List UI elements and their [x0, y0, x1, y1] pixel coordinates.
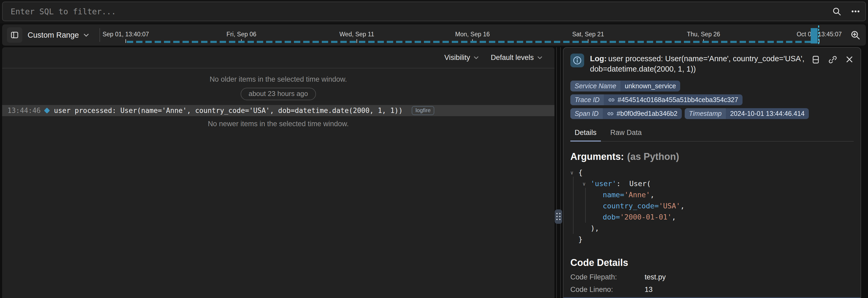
close-icon[interactable] — [845, 55, 854, 64]
tab-raw-data[interactable]: Raw Data — [606, 129, 646, 141]
code-detail-value: test.py — [645, 273, 854, 281]
timeline-histogram-spike[interactable] — [811, 28, 817, 43]
log-row[interactable]: 13:44:46 user processed: User(name='Anne… — [2, 105, 554, 116]
panel-layout-icon[interactable] — [811, 55, 820, 64]
sql-filter-input[interactable] — [2, 2, 866, 21]
code-line: country_code='USA', — [570, 200, 854, 211]
timeline-selection-marker — [818, 26, 819, 44]
badge-label: Span ID — [570, 108, 603, 119]
no-newer-items-message: No newer items in the selected time wind… — [2, 120, 554, 128]
detail-title-prefix: Log: — [590, 54, 607, 63]
code-detail-label: Code Lineno: — [570, 286, 645, 294]
relative-time-badge[interactable]: about 23 hours ago — [241, 88, 316, 100]
code-token: dob= — [603, 213, 620, 221]
timeline-tick-mark — [125, 39, 126, 43]
more-options-icon[interactable] — [850, 6, 861, 16]
metadata-badge-timestamp: Timestamp2024-10-01 13:44:46.414 — [685, 108, 809, 119]
code-detail-label: Code Filepath: — [570, 273, 645, 281]
code-token: country_code= — [603, 202, 659, 210]
collapse-chevron-icon[interactable]: ∨ — [583, 178, 586, 189]
panel-gutter-line — [556, 47, 557, 298]
metadata-badge-span-id[interactable]: Span ID#b0f0d9ed1ab346b2 — [570, 108, 682, 119]
metadata-badge-service-name: Service Nameunknown_service — [570, 80, 680, 92]
code-token: name= — [603, 191, 624, 199]
code-detail-value: 13 — [645, 286, 854, 294]
log-list-header: Visibility Default levels — [2, 47, 554, 68]
code-line: ∨'user': User( — [570, 178, 854, 189]
permalink-icon[interactable] — [828, 55, 837, 64]
code-line: } — [570, 234, 854, 245]
top-bar — [0, 0, 868, 23]
arguments-heading-text: Arguments: — [570, 151, 624, 162]
code-token: 'USA' — [659, 202, 680, 210]
code-line: ), — [570, 223, 854, 234]
code-token: : — [617, 179, 629, 188]
code-details-heading: Code Details — [570, 257, 854, 268]
log-timestamp: 13:44:46 — [7, 107, 40, 114]
log-message: user processed: User(name='Anne', countr… — [54, 107, 403, 114]
timeline-tick-label: Thu, Sep 26 — [687, 31, 720, 38]
detail-title: Log:user processed: User(name='Anne', co… — [590, 54, 811, 74]
badge-value: unknown_service — [620, 80, 680, 92]
badge-value: 2024-10-01 13:44:46.414 — [726, 108, 809, 119]
timeline-divider — [99, 28, 100, 42]
arguments-heading-suffix: (as Python) — [627, 151, 679, 162]
collapse-chevron-icon[interactable]: ∨ — [570, 167, 573, 178]
default-levels-dropdown[interactable]: Default levels — [491, 54, 543, 62]
log-list-panel: Visibility Default levels No older items… — [2, 47, 554, 298]
code-line: dob='2000-01-01', — [570, 211, 854, 223]
timeline-bar: Custom Range Sep 01, 13:40:07Fri, Sep 06… — [2, 24, 866, 45]
info-icon — [570, 54, 584, 67]
tab-details[interactable]: Details — [570, 129, 601, 141]
code-token: 'user' — [590, 179, 617, 188]
timeline-tick-label: Mon, Sep 16 — [455, 31, 490, 38]
code-line: ∨{ — [570, 167, 854, 178]
code-token: { — [578, 168, 583, 176]
detail-header: Log:user processed: User(name='Anne', co… — [570, 54, 854, 74]
visibility-dropdown[interactable]: Visibility — [444, 54, 479, 62]
code-details-rows: Code Filepath:test.pyCode Lineno:13 — [570, 273, 854, 294]
code-token: , — [672, 213, 676, 221]
zoom-in-icon[interactable] — [850, 30, 861, 40]
detail-title-text: user processed: User(name='Anne', countr… — [590, 54, 804, 73]
code-token: ), — [590, 224, 599, 232]
timeline-tick-label: Fri, Sep 06 — [226, 31, 256, 38]
code-line: name='Anne', — [570, 189, 854, 200]
time-range-dropdown[interactable]: Custom Range — [28, 24, 89, 45]
badge-value: #454514c0168a455a51bb4ceba354c327 — [604, 94, 743, 105]
badge-label: Service Name — [570, 80, 620, 92]
link-icon — [608, 97, 615, 103]
log-detail-panel: Log:user processed: User(name='Anne', co… — [563, 47, 861, 298]
metadata-badge-trace-id[interactable]: Trace ID#454514c0168a455a51bb4ceba354c32… — [570, 94, 743, 105]
arguments-code-tree: ∨{∨'user': User(name='Anne',country_code… — [570, 167, 854, 245]
code-token: User( — [629, 179, 651, 188]
timeline-tick-label: Sat, Sep 21 — [572, 31, 604, 38]
log-level-diamond-icon — [44, 108, 50, 114]
chevron-down-icon — [473, 55, 479, 61]
chevron-down-icon — [537, 55, 543, 61]
timeline-dashed-line — [127, 41, 814, 43]
default-levels-label: Default levels — [491, 54, 534, 62]
detail-tabs: DetailsRaw Data — [570, 129, 854, 141]
panel-resize-handle[interactable] — [555, 209, 562, 224]
search-icon[interactable] — [832, 7, 841, 16]
timeline-tick-label: Sep 01, 13:40:07 — [102, 31, 149, 38]
timeline-tick-label: Wed, Sep 11 — [340, 31, 374, 38]
badge-label: Trace ID — [570, 94, 604, 105]
visibility-label: Visibility — [444, 54, 470, 62]
code-token: '2000-01-01' — [620, 213, 672, 221]
badge-label: Timestamp — [685, 108, 726, 119]
link-icon — [607, 110, 614, 117]
log-scope-tag: logfire — [412, 106, 434, 115]
timeline-tick-label: Oct 01, 13:45:07 — [797, 31, 842, 38]
code-token: } — [578, 235, 583, 243]
chevron-down-icon — [83, 32, 89, 38]
metadata-badges: Service Nameunknown_serviceTrace ID#4545… — [570, 80, 854, 119]
panel-gutter-line — [560, 47, 561, 298]
code-token: , — [650, 191, 654, 199]
badge-value: #b0f0d9ed1ab346b2 — [603, 108, 682, 119]
sidebar-toggle-button[interactable] — [7, 27, 22, 43]
time-range-label: Custom Range — [28, 31, 79, 39]
no-older-items-message: No older items in the selected time wind… — [2, 75, 554, 84]
code-token: 'Anne' — [624, 191, 650, 199]
